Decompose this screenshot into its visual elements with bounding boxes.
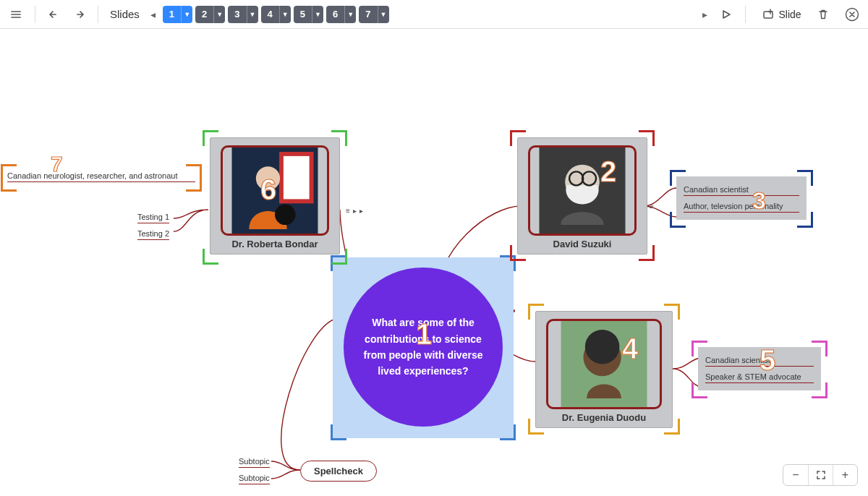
slide-tab-5[interactable]: 5▼ [294,6,323,23]
present-button[interactable] [716,4,736,25]
list-item: Testing 2 [137,228,169,240]
bondar-details[interactable]: Canadian neurologist, researcher, and as… [7,170,195,187]
topic-suzuki-name: David Suzuki [527,239,638,249]
svg-rect-0 [764,12,773,18]
list-icon[interactable]: ≡ [346,207,350,215]
svg-point-9 [585,330,620,364]
slide-nav: ◂ 1▼2▼3▼4▼5▼6▼7▼ ▸ [147,6,712,23]
topic-bondar[interactable]: Dr. Roberta Bondar [210,137,340,255]
chevron-down-icon[interactable]: ▼ [378,6,389,23]
node-controls-bondar[interactable]: ≡▸▸ [346,207,363,215]
topic-suzuki[interactable]: David Suzuki [517,137,647,255]
list-item: Canadian scientist [684,184,799,196]
slides-label: Slides [107,8,142,20]
topic-spellcheck-label: Spellcheck [314,466,363,476]
list-item: Author, televsion personality [684,200,799,213]
list-item: Canadian neurologist, researcher, and as… [7,170,195,182]
photo-duodu [546,319,662,409]
topic-duodu[interactable]: Dr. Eugenia Duodu [535,311,673,428]
zoom-controls: − + [783,464,858,486]
topic-bondar-name: Dr. Roberta Bondar [219,239,331,249]
slide-prev[interactable]: ◂ [147,6,160,23]
toolbar: Slides ◂ 1▼2▼3▼4▼5▼6▼7▼ ▸ Slide [0,0,868,29]
slide-next[interactable]: ▸ [699,6,712,23]
list-item: Canadian scientist [705,354,814,367]
slide-tab-4[interactable]: 4▼ [261,6,291,23]
undo-button[interactable] [44,4,64,25]
chevron-down-icon[interactable]: ▼ [312,6,323,23]
list-item: Subtopic [239,456,270,468]
list-item: Testing 1 [137,211,169,223]
slide-tab-7[interactable]: 7▼ [359,6,388,23]
photo-bondar [221,145,329,236]
add-slide-label: Slide [779,9,801,20]
slide-tab-2[interactable]: 2▼ [195,6,225,23]
list-item: Speaker & STEM advocate [705,371,814,383]
slide-tab-3[interactable]: 3▼ [228,6,258,23]
spellcheck-subtopics[interactable]: Subtopic Subtopic [239,456,270,489]
suzuki-details[interactable]: Canadian scientist Author, televsion per… [676,176,807,220]
menu-icon[interactable] [6,4,26,25]
slide-tab-1[interactable]: 1▼ [163,6,192,23]
central-topic[interactable]: What are some of the contributions to sc… [344,268,503,427]
zoom-in-button[interactable]: + [833,465,857,485]
chevron-down-icon[interactable]: ▼ [213,6,225,23]
node-controls-suzuki[interactable]: ≡ [650,202,654,210]
topic-spellcheck[interactable]: Spellcheck [300,461,377,482]
duodu-details[interactable]: Canadian scientist Speaker & STEM advoca… [698,347,821,390]
chevron-down-icon[interactable]: ▼ [344,6,356,23]
topic-duodu-name: Dr. Eugenia Duodu [545,412,663,423]
chevron-down-icon[interactable]: ▼ [279,6,291,23]
bondar-testing[interactable]: Testing 1 Testing 2 [137,211,169,244]
svg-point-13 [256,166,280,190]
zoom-out-button[interactable]: − [783,465,808,485]
chevron-down-icon[interactable]: ▼ [181,6,192,23]
redo-button[interactable] [69,4,89,25]
slide-tab-6[interactable]: 6▼ [326,6,356,23]
mindmap-canvas[interactable]: What are some of the contributions to sc… [0,29,868,496]
central-topic-text: What are some of the contributions to sc… [361,315,485,380]
close-button[interactable] [842,4,862,25]
list-item: Subtopic [239,472,270,484]
svg-point-14 [275,205,296,226]
zoom-fit-button[interactable] [808,465,833,485]
trash-button[interactable] [813,4,833,25]
photo-suzuki [528,145,637,236]
add-slide-button[interactable]: Slide [754,4,809,25]
chevron-down-icon[interactable]: ▼ [247,6,258,23]
svg-rect-12 [284,156,310,200]
